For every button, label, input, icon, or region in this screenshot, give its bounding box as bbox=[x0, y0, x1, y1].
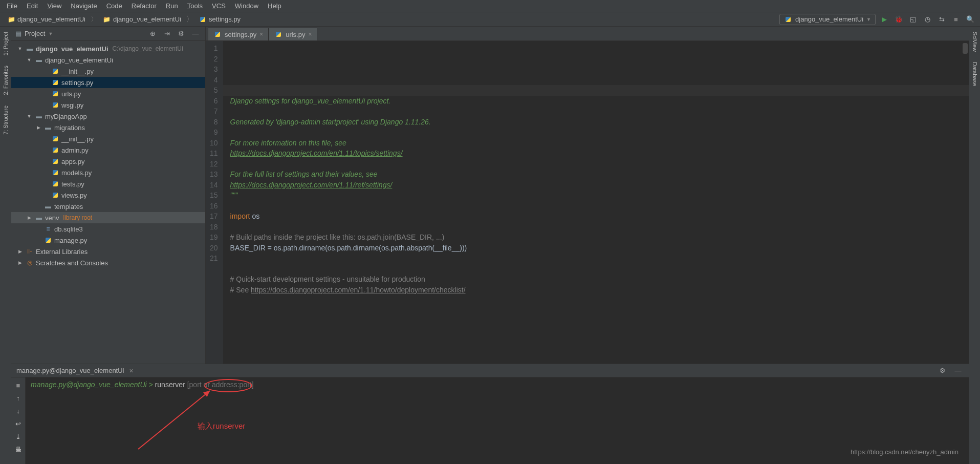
run-console[interactable]: manage.py@django_vue_elementUi > runserv… bbox=[26, 377, 969, 464]
scrollbar-thumb[interactable] bbox=[963, 43, 968, 54]
close-icon[interactable]: × bbox=[259, 31, 263, 38]
tree-arrow: ▶ bbox=[26, 215, 33, 220]
tree-venv[interactable]: ▶▬venvlibrary root bbox=[11, 212, 205, 223]
run-panel-tabbar: manage.py@django_vue_elementUi × ⚙ — bbox=[11, 364, 969, 377]
tree-wsgipy[interactable]: wsgi.py bbox=[11, 99, 205, 111]
tree-arrow: ▶ bbox=[35, 125, 42, 130]
run-button[interactable]: ▶ bbox=[879, 14, 890, 25]
close-icon[interactable]: × bbox=[308, 31, 312, 38]
menu-code[interactable]: Code bbox=[102, 1, 126, 11]
tree-templates[interactable]: ▬templates bbox=[11, 201, 205, 212]
hide-icon[interactable]: — bbox=[952, 365, 964, 376]
tool-tab-favorites[interactable]: 2: Favorites bbox=[2, 62, 10, 98]
menu-file[interactable]: File bbox=[3, 1, 21, 11]
menu-tools[interactable]: Tools bbox=[183, 1, 207, 11]
collapse-icon[interactable]: ⇥ bbox=[161, 28, 172, 39]
tree-dbsqlite3[interactable]: ≡db.sqlite3 bbox=[11, 223, 205, 235]
tree-managepy[interactable]: manage.py bbox=[11, 235, 205, 246]
folder-icon: ▬ bbox=[26, 45, 34, 53]
scroll-to-end-icon[interactable]: ⤓ bbox=[15, 433, 21, 440]
down-arrow-icon[interactable]: ↓ bbox=[16, 407, 20, 415]
coverage-button[interactable]: ◱ bbox=[907, 14, 919, 25]
tree-label: myDjangoApp bbox=[45, 113, 87, 120]
database-icon: ≡ bbox=[44, 225, 52, 233]
debug-button[interactable]: 🐞 bbox=[893, 14, 904, 25]
stop-button[interactable]: ■ bbox=[950, 14, 962, 25]
code-line-8 bbox=[230, 159, 969, 170]
soft-wrap-icon[interactable]: ↩ bbox=[15, 420, 21, 428]
editor-code[interactable]: """Django settings for django_vue_elemen… bbox=[223, 41, 969, 364]
locate-icon[interactable]: ⊕ bbox=[147, 28, 158, 39]
py-icon bbox=[199, 15, 207, 24]
tree-label: admin.py bbox=[61, 146, 89, 154]
project-title-label: Project bbox=[25, 30, 45, 37]
tree-urlspy[interactable]: urls.py bbox=[11, 88, 205, 99]
tree-scratchesandconsoles[interactable]: ▶◎Scratches and Consoles bbox=[11, 257, 205, 268]
tree-label: settings.py bbox=[61, 79, 93, 87]
menu-navigate[interactable]: Navigate bbox=[67, 1, 101, 11]
gear-icon[interactable]: ⚙ bbox=[176, 28, 187, 39]
code-line-15: # Build paths inside the project like th… bbox=[230, 232, 969, 243]
tree-appspy[interactable]: apps.py bbox=[11, 156, 205, 167]
tool-tab-database[interactable]: Database bbox=[971, 59, 979, 89]
breadcrumb-item[interactable]: settings.py bbox=[195, 14, 244, 25]
svg-line-0 bbox=[138, 391, 210, 449]
breadcrumb-item[interactable]: 📁django_vue_elementUi bbox=[4, 14, 89, 25]
project-panel-tools: ⊕ ⇥ ⚙ — bbox=[147, 28, 201, 39]
run-config-selector[interactable]: django_vue_elementUi ▼ bbox=[779, 14, 876, 25]
tree-migrations[interactable]: ▶▬migrations bbox=[11, 122, 205, 133]
menu-run[interactable]: Run bbox=[162, 1, 182, 11]
tree-djangovueelementui[interactable]: ▼▬django_vue_elementUi bbox=[11, 54, 205, 66]
project-panel-title[interactable]: ▤ Project ▼ bbox=[15, 30, 53, 37]
menu-vcs[interactable]: VCS bbox=[208, 1, 230, 11]
tree-initpy[interactable]: __init__.py bbox=[11, 66, 205, 77]
tool-tab-project[interactable]: 1: Project bbox=[2, 29, 10, 58]
code-line-14 bbox=[230, 222, 969, 233]
menu-view[interactable]: View bbox=[43, 1, 66, 11]
run-tab[interactable]: manage.py@django_vue_elementUi × bbox=[16, 367, 134, 375]
editor[interactable]: 123456789101112131415161718192021 """Dja… bbox=[206, 41, 969, 364]
menu-edit[interactable]: Edit bbox=[23, 1, 42, 11]
project-tree[interactable]: ▼▬django_vue_elementUiC:\django_vue_elem… bbox=[11, 41, 205, 364]
tree-settingspy[interactable]: settings.py bbox=[11, 77, 205, 88]
run-panel: manage.py@django_vue_elementUi × ⚙ — ■ ↑… bbox=[11, 364, 969, 464]
menu-window[interactable]: Window bbox=[231, 1, 263, 11]
project-panel: ▤ Project ▼ ⊕ ⇥ ⚙ — ▼▬django_vue_element… bbox=[11, 27, 206, 364]
tree-externallibraries[interactable]: ▶⊪External Libraries bbox=[11, 246, 205, 257]
python-file-icon bbox=[51, 157, 59, 165]
run-panel-tools: ⚙ — bbox=[937, 365, 964, 376]
run-left-tools: ■ ↑ ↓ ↩ ⤓ 🖶 bbox=[11, 377, 26, 464]
tree-label: views.py bbox=[61, 192, 87, 199]
tree-modelspy[interactable]: models.py bbox=[11, 167, 205, 178]
tree-testspy[interactable]: tests.py bbox=[11, 178, 205, 189]
search-everywhere-button[interactable]: 🔍 bbox=[965, 14, 976, 25]
tree-label: venv bbox=[45, 214, 59, 222]
breadcrumb-label: django_vue_elementUi bbox=[17, 15, 85, 23]
stop-square-icon[interactable]: ■ bbox=[16, 382, 20, 389]
gear-icon[interactable]: ⚙ bbox=[937, 365, 948, 376]
code-line-16: BASE_DIR = os.path.dirname(os.path.dirna… bbox=[230, 243, 969, 254]
up-arrow-icon[interactable]: ↑ bbox=[16, 394, 20, 402]
tree-label: urls.py bbox=[61, 90, 81, 98]
folder-icon: ▬ bbox=[35, 214, 43, 222]
tree-mydjangoapp[interactable]: ▼▬myDjangoApp bbox=[11, 111, 205, 122]
concurrency-button[interactable]: ⇆ bbox=[936, 14, 947, 25]
tool-tab-sciview[interactable]: SciView bbox=[971, 29, 979, 55]
code-line-3 bbox=[230, 106, 969, 117]
tree-viewspy[interactable]: views.py bbox=[11, 189, 205, 201]
tree-adminpy[interactable]: admin.py bbox=[11, 144, 205, 156]
hide-icon[interactable]: — bbox=[190, 28, 201, 39]
tree-djangovueelementui[interactable]: ▼▬django_vue_elementUiC:\django_vue_elem… bbox=[11, 43, 205, 54]
editor-tab-urlspy[interactable]: urls.py× bbox=[269, 28, 317, 40]
menu-help[interactable]: Help bbox=[264, 1, 286, 11]
tree-initpy[interactable]: __init__.py bbox=[11, 133, 205, 144]
menu-refactor[interactable]: Refactor bbox=[127, 1, 161, 11]
profile-button[interactable]: ◷ bbox=[922, 14, 933, 25]
editor-tab-settingspy[interactable]: settings.py× bbox=[208, 28, 269, 40]
breadcrumb-item[interactable]: 📁django_vue_elementUi bbox=[100, 14, 184, 25]
console-command: runserver bbox=[155, 381, 185, 389]
close-icon[interactable]: × bbox=[129, 367, 134, 375]
print-icon[interactable]: 🖶 bbox=[15, 446, 21, 453]
breadcrumb-label: django_vue_elementUi bbox=[113, 15, 181, 23]
tool-tab-structure[interactable]: 7: Structure bbox=[2, 102, 10, 138]
